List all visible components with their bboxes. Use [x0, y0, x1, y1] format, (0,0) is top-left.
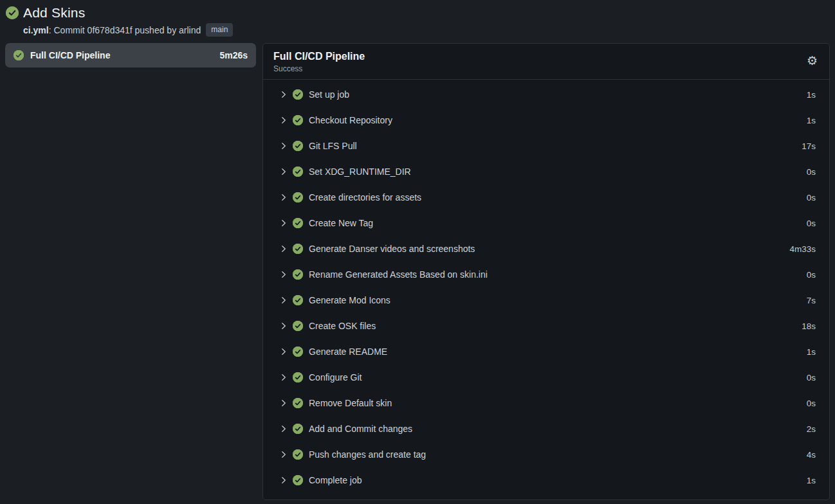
- step-row[interactable]: Checkout Repository 1s: [263, 107, 829, 133]
- jobs-sidebar: Full CI/CD Pipeline 5m26s: [5, 43, 256, 68]
- step-row[interactable]: Git LFS Pull 17s: [263, 133, 829, 159]
- step-row[interactable]: Generate Mod Icons 7s: [263, 287, 829, 313]
- branch-badge[interactable]: main: [206, 23, 233, 37]
- step-row[interactable]: Complete job 1s: [263, 467, 829, 493]
- step-row[interactable]: Set XDG_RUNTIME_DIR 0s: [263, 159, 829, 184]
- step-duration: 18s: [802, 321, 816, 331]
- commit-text: : Commit 0f678d341f pushed by arlind: [49, 25, 201, 35]
- chevron-right-icon: [279, 296, 288, 305]
- step-row[interactable]: Create directories for assets 0s: [263, 184, 829, 210]
- chevron-right-icon: [279, 116, 288, 125]
- step-duration: 1s: [807, 90, 816, 100]
- step-row[interactable]: Rename Generated Assets Based on skin.in…: [263, 262, 829, 287]
- step-duration: 0s: [807, 167, 816, 177]
- step-duration: 7s: [807, 296, 816, 305]
- step-status-success-icon: [293, 218, 303, 228]
- step-name: Generate README: [309, 346, 387, 357]
- job-name: Full CI/CD Pipeline: [30, 50, 213, 60]
- step-name: Complete job: [309, 475, 362, 485]
- step-duration: 4m33s: [789, 244, 816, 254]
- step-row[interactable]: Generate README 1s: [263, 339, 829, 364]
- run-content: Full CI/CD Pipeline 5m26s Full CI/CD Pip…: [0, 37, 835, 500]
- step-status-success-icon: [293, 372, 303, 382]
- step-status-success-icon: [293, 475, 303, 485]
- step-duration: 0s: [807, 270, 816, 280]
- step-name: Generate Mod Icons: [309, 295, 390, 305]
- step-name: Rename Generated Assets Based on skin.in…: [309, 269, 488, 280]
- step-status-success-icon: [293, 269, 303, 280]
- chevron-right-icon: [279, 347, 288, 356]
- run-commit-info: ci.yml: Commit 0f678d341f pushed by arli…: [23, 25, 201, 35]
- chevron-right-icon: [279, 399, 288, 408]
- job-duration: 5m26s: [219, 50, 248, 60]
- chevron-right-icon: [279, 141, 288, 150]
- step-name: Configure Git: [309, 372, 362, 382]
- run-status-success-icon: [6, 6, 19, 19]
- step-list: Set up job 1s Checkout Repository 1s: [263, 80, 829, 493]
- chevron-right-icon: [279, 167, 288, 176]
- job-detail-title: Full CI/CD Pipeline: [273, 51, 805, 62]
- chevron-right-icon: [279, 321, 288, 330]
- step-duration: 1s: [807, 347, 816, 357]
- step-row[interactable]: Configure Git 0s: [263, 364, 829, 390]
- step-name: Set up job: [309, 89, 349, 100]
- workflow-file-name: ci.yml: [23, 25, 49, 35]
- step-status-success-icon: [293, 424, 303, 434]
- step-row[interactable]: Generate Danser videos and screenshots 4…: [263, 236, 829, 262]
- step-status-success-icon: [293, 449, 303, 460]
- chevron-right-icon: [279, 219, 288, 228]
- chevron-right-icon: [279, 373, 288, 382]
- step-name: Remove Default skin: [309, 398, 392, 408]
- step-duration: 1s: [807, 476, 816, 485]
- step-row[interactable]: Create New Tag 0s: [263, 210, 829, 236]
- step-name: Git LFS Pull: [309, 141, 357, 151]
- step-duration: 17s: [802, 141, 816, 151]
- step-row[interactable]: Push changes and create tag 4s: [263, 442, 829, 467]
- step-status-success-icon: [293, 295, 303, 305]
- job-detail-panel: Full CI/CD Pipeline Success ⚙ Set up job…: [262, 43, 830, 500]
- step-name: Create OSK files: [309, 321, 376, 331]
- step-duration: 0s: [807, 399, 816, 408]
- run-subtitle: ci.yml: Commit 0f678d341f pushed by arli…: [23, 23, 829, 37]
- step-status-success-icon: [293, 141, 303, 151]
- job-detail-status: Success: [273, 64, 805, 73]
- step-duration: 1s: [807, 116, 816, 125]
- step-duration: 0s: [807, 219, 816, 228]
- run-header: Add Skins ci.yml: Commit 0f678d341f push…: [0, 0, 835, 37]
- step-name: Checkout Repository: [309, 115, 392, 125]
- step-status-success-icon: [293, 244, 303, 254]
- step-name: Push changes and create tag: [309, 449, 426, 460]
- chevron-right-icon: [279, 450, 288, 459]
- step-duration: 0s: [807, 193, 816, 203]
- chevron-right-icon: [279, 193, 288, 202]
- step-status-success-icon: [293, 115, 303, 125]
- step-row[interactable]: Create OSK files 18s: [263, 313, 829, 339]
- step-status-success-icon: [293, 321, 303, 331]
- step-name: Create New Tag: [309, 218, 373, 228]
- job-detail-header: Full CI/CD Pipeline Success ⚙: [263, 44, 829, 80]
- step-duration: 2s: [807, 424, 816, 434]
- chevron-right-icon: [279, 90, 288, 99]
- step-name: Generate Danser videos and screenshots: [309, 244, 475, 254]
- step-duration: 0s: [807, 373, 816, 382]
- step-name: Create directories for assets: [309, 192, 421, 203]
- run-title: Add Skins: [23, 5, 85, 21]
- step-row[interactable]: Add and Commit changes 2s: [263, 416, 829, 442]
- step-row[interactable]: Set up job 1s: [263, 82, 829, 107]
- job-status-success-icon: [14, 50, 24, 60]
- chevron-right-icon: [279, 244, 288, 253]
- step-row[interactable]: Remove Default skin 0s: [263, 390, 829, 416]
- step-status-success-icon: [293, 166, 303, 177]
- chevron-right-icon: [279, 424, 288, 433]
- step-status-success-icon: [293, 192, 303, 203]
- step-status-success-icon: [293, 398, 303, 408]
- step-name: Set XDG_RUNTIME_DIR: [309, 166, 411, 177]
- gear-icon[interactable]: ⚙: [805, 51, 819, 71]
- chevron-right-icon: [279, 270, 288, 279]
- chevron-right-icon: [279, 476, 288, 485]
- step-status-success-icon: [293, 89, 303, 100]
- job-item-full-ci-cd-pipeline[interactable]: Full CI/CD Pipeline 5m26s: [5, 43, 256, 68]
- step-name: Add and Commit changes: [309, 424, 412, 434]
- step-status-success-icon: [293, 346, 303, 357]
- step-duration: 4s: [807, 450, 816, 460]
